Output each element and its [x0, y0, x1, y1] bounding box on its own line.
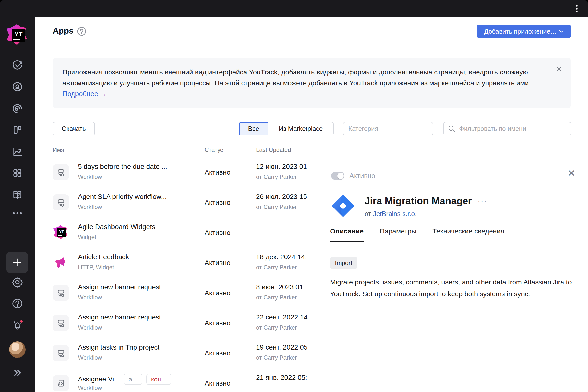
app-type: Widget: [78, 234, 96, 240]
collapse-icon[interactable]: [0, 369, 34, 377]
app-author: от Carry Parker: [256, 324, 297, 331]
workflow-icon: [53, 164, 69, 180]
table-row[interactable]: Assign new banner request... Workflow Ак…: [34, 308, 312, 338]
more-vertical-icon[interactable]: [572, 4, 582, 14]
bell-icon[interactable]: [0, 319, 34, 330]
more-icon[interactable]: [0, 212, 34, 214]
app-status: Активно: [204, 380, 230, 387]
dashboards-icon[interactable]: [0, 168, 34, 178]
app-name: Assign tasks in Trip project: [78, 344, 160, 351]
column-status[interactable]: Статус: [204, 146, 223, 153]
learn-more-link[interactable]: Подробнее →: [62, 90, 107, 98]
app-type: HTTP, Widget: [78, 264, 114, 271]
info-banner: Приложения позволяют менять внешний вид …: [53, 58, 571, 108]
column-last-updated[interactable]: Last Updated: [256, 146, 291, 153]
vendor-link[interactable]: JetBrains s.r.o.: [373, 210, 417, 218]
app-author: от Carry Parker: [256, 174, 297, 180]
table-row[interactable]: Assign tasks in Trip project Workflow Ак…: [34, 338, 312, 368]
chevron-down-icon: [559, 30, 564, 33]
plus-icon[interactable]: [6, 252, 28, 273]
table-row[interactable]: Assign new banner request ... Workflow А…: [34, 278, 312, 308]
app-updated: 12 июн. 2023 01: [256, 163, 307, 170]
app-updated: 26 июл. 2023 15: [256, 193, 307, 201]
sidebar: YT: [0, 0, 34, 392]
app-status: Активно: [204, 319, 230, 327]
app-name: Agent SLA priority workflow...: [78, 193, 167, 201]
issues-icon[interactable]: [0, 60, 34, 70]
workflow-icon: [53, 345, 69, 361]
app-name: Agile Dashboard Widgets: [78, 223, 155, 231]
search-icon: [448, 125, 455, 132]
app-description: Migrate projects, issues, comments, user…: [330, 276, 587, 300]
app-updated: 22 сент. 2022 14: [256, 313, 308, 321]
column-name[interactable]: Имя: [53, 146, 64, 153]
app-name: 5 days before the due date ...: [78, 163, 167, 170]
banner-text: Приложения позволяют менять внешний вид …: [62, 67, 544, 99]
titlebar: [0, 0, 588, 17]
category-select[interactable]: [343, 122, 433, 136]
more-options-icon[interactable]: ···: [478, 197, 487, 205]
reports-icon[interactable]: [0, 146, 34, 157]
close-icon[interactable]: ✕: [568, 168, 575, 178]
workflow-icon: [53, 194, 69, 210]
youtrack-apps-screen: YT: [0, 0, 588, 392]
toolbar: Скачать Все Из Marketplace: [34, 122, 588, 136]
help-icon[interactable]: [0, 298, 34, 309]
import-badge: Import: [330, 257, 357, 269]
app-tag-conflict: кон...: [146, 374, 171, 385]
app-updated: 8 июн. 2023 01:: [256, 283, 305, 291]
download-button[interactable]: Скачать: [53, 122, 95, 136]
app-tag: a...: [124, 374, 142, 385]
table-row[interactable]: YT Agile Dashboard Widgets Widget Активн…: [34, 218, 312, 248]
tab-parameters[interactable]: Параметры: [380, 227, 416, 242]
app-updated: 19 сент. 2022 05: [256, 344, 308, 351]
app-type: Workflow: [78, 354, 102, 361]
gear-icon[interactable]: [0, 276, 34, 288]
table-row[interactable]: Agent SLA priority workflow... Workflow …: [34, 188, 312, 218]
app-status: Активно: [204, 259, 230, 267]
app-status: Активно: [204, 199, 230, 206]
tab-description[interactable]: Описание: [330, 227, 364, 242]
table-row[interactable]: 5 days before the due date ... Workflow …: [34, 157, 312, 188]
apps-table: 5 days before the due date ... Workflow …: [34, 157, 312, 392]
workflow-icon: [53, 285, 69, 301]
table-row[interactable]: Article Feedback HTTP, Widget Активно 18…: [34, 248, 312, 278]
helpdesk-icon[interactable]: [0, 81, 34, 92]
app-name: Article Feedback: [78, 253, 129, 261]
app-type: Workflow: [78, 174, 102, 180]
agile-board-icon[interactable]: [0, 124, 34, 135]
filter-marketplace-button[interactable]: Из Marketplace: [268, 122, 334, 136]
megaphone-icon: [53, 254, 69, 271]
script-icon: [53, 375, 69, 391]
search-input[interactable]: [444, 122, 571, 136]
knowledge-base-icon[interactable]: [0, 189, 34, 200]
app-updated: 21 янв. 2022 05:: [256, 374, 307, 382]
app-type: Workflow: [78, 294, 102, 301]
main-content: Apps Добавить приложение… Приложения поз…: [34, 17, 588, 392]
tab-technical[interactable]: Технические сведения: [432, 227, 504, 242]
app-type: Workflow: [78, 384, 102, 391]
youtrack-logo[interactable]: YT: [6, 23, 30, 47]
app-name: Assignee Vi...: [78, 375, 120, 383]
app-name: Assign new banner request...: [78, 313, 167, 321]
banner-close-icon[interactable]: ✕: [556, 65, 563, 73]
page-help-icon[interactable]: [77, 26, 86, 37]
app-window: YT: [0, 0, 588, 392]
jira-icon: [330, 193, 356, 218]
app-updated: 18 дек. 2024 14:: [256, 253, 307, 261]
active-toggle[interactable]: [331, 172, 344, 180]
table-row[interactable]: Assignee Vi... a... кон... Workflow Акти…: [34, 368, 312, 392]
page-title: Apps: [53, 26, 74, 36]
spiral-icon[interactable]: [0, 104, 34, 114]
app-status: Активно: [204, 289, 230, 297]
app-status: Активно: [204, 349, 230, 357]
app-author: от Carry Parker: [256, 264, 297, 271]
filter-all-button[interactable]: Все: [239, 122, 268, 136]
app-vendor: от JetBrains s.r.o.: [364, 210, 417, 218]
app-type: Workflow: [78, 204, 102, 210]
add-app-button[interactable]: Добавить приложение…: [477, 24, 571, 38]
user-avatar[interactable]: [9, 341, 26, 358]
detail-tabs: Описание Параметры Технические сведения: [330, 227, 533, 242]
app-type: Workflow: [78, 324, 102, 331]
app-author: от Carry Parker: [256, 294, 297, 301]
